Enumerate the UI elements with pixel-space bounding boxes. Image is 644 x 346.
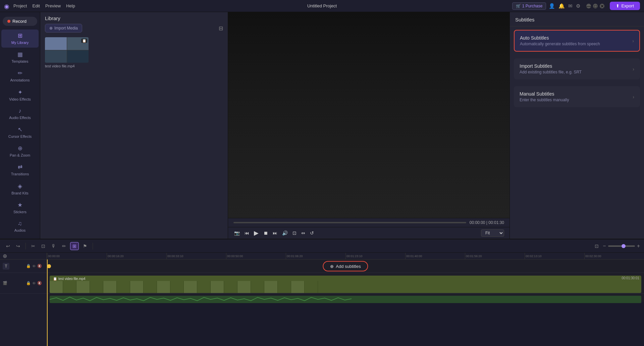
timeline-toolbar: ↩ ↪ ✂ ⊡ 🎙 ✏ ⊞ ⚑ ⊡ − + xyxy=(0,239,644,253)
import-media-button[interactable]: ⊕ Import Media xyxy=(45,24,82,33)
audios-icon: ♫ xyxy=(18,220,22,227)
sidebar-label-templates: Templates xyxy=(11,59,28,64)
project-title: Untitled Project xyxy=(307,3,337,8)
purchase-icon: 🛒 xyxy=(516,4,521,8)
filter-icon[interactable]: ⊟ xyxy=(219,25,223,32)
film-frame-10 xyxy=(184,281,197,293)
purchase-button[interactable]: 🛒 1 Purchase xyxy=(512,2,546,10)
fit-timeline-button[interactable]: ⊡ xyxy=(593,242,601,250)
menu-help[interactable]: Help xyxy=(66,3,75,8)
zoom-out-button[interactable]: − xyxy=(603,243,606,249)
lock-track-button[interactable]: 🔒 xyxy=(26,264,31,268)
timeline-ruler: 00:00:00 00:00:16:20 00:00:33:10 00:00:5… xyxy=(47,253,644,260)
subtitle-track-header: T 🔒 👁 🔇 xyxy=(0,260,47,273)
ruler-mark-2: 00:00:33:10 xyxy=(166,253,226,260)
zoom-in-button[interactable]: + xyxy=(637,243,640,249)
sidebar-item-pan-zoom[interactable]: ⊕ Pan & Zoom xyxy=(1,142,39,160)
sidebar-item-my-library[interactable]: ⊞ My Library xyxy=(1,30,39,48)
volume-button[interactable]: 🔊 xyxy=(281,230,288,236)
brand-kits-icon: ◈ xyxy=(18,183,22,190)
film-frame-11 xyxy=(197,281,211,293)
screenshot-button[interactable]: 📷 xyxy=(233,230,240,236)
manual-subtitles-option[interactable]: Manual Subtitles Enter the subtitles man… xyxy=(514,86,640,107)
progress-bar[interactable] xyxy=(233,222,466,223)
ruler-mark-8: 00:02:13:10 xyxy=(525,253,584,260)
profile-icon[interactable]: 👤 xyxy=(549,3,555,9)
export-button[interactable]: ⬆ Export xyxy=(610,2,640,10)
play-button[interactable]: ▶ xyxy=(253,229,259,237)
subtitles-panel: Subtitles Auto Subtitles Automatically g… xyxy=(510,12,644,239)
sidebar-item-stickers[interactable]: ★ Stickers xyxy=(1,199,39,217)
visibility-video-button[interactable]: 👁 xyxy=(32,281,36,285)
mirror-button[interactable]: ⇔ xyxy=(301,230,306,236)
import-subtitles-option[interactable]: Import Subtitles Add existing subtitles … xyxy=(514,58,640,79)
mute-button[interactable]: 🔇 xyxy=(37,264,42,268)
auto-subtitles-option[interactable]: Auto Subtitles Automatically generate su… xyxy=(514,30,640,52)
library-content: 📋 test video file.mp4 xyxy=(40,35,228,239)
sidebar-item-cursor-effects[interactable]: ↖ Cursor Effects xyxy=(1,123,39,141)
mute-video-button[interactable]: 🔇 xyxy=(37,281,42,285)
video-preview xyxy=(228,12,509,218)
manual-subtitles-chevron: › xyxy=(633,94,634,100)
maximize-button[interactable]: □ xyxy=(593,4,598,8)
minimize-button[interactable]: — xyxy=(586,4,591,8)
film-frame-2 xyxy=(76,281,90,293)
trim-button[interactable]: ⊡ xyxy=(39,242,47,250)
forward-button[interactable]: ⏭ xyxy=(272,230,278,236)
media-type-icon: 📋 xyxy=(81,39,87,43)
crop-button[interactable]: ⊡ xyxy=(292,230,297,236)
playhead[interactable] xyxy=(47,260,48,346)
menu-project[interactable]: Project xyxy=(13,3,27,8)
draw-button[interactable]: ✏ xyxy=(60,242,68,250)
fit-select[interactable]: Fit 100% 50% xyxy=(481,229,504,237)
app-logo: ◉ xyxy=(4,3,11,9)
tracks-area: ⊕ Add subtitles 📋 test video file.mp4 xyxy=(47,260,644,346)
marker-button[interactable]: ⚑ xyxy=(81,242,89,250)
media-item[interactable]: 📋 test video file.mp4 xyxy=(45,37,89,68)
sidebar-item-transitions[interactable]: ⇄ Transitions xyxy=(1,161,39,179)
main-layout: Record ⊞ My Library ▦ Templates ✏ Annota… xyxy=(0,12,644,239)
import-subtitles-chevron: › xyxy=(633,66,634,72)
subtitle-track-button[interactable]: ⊞ xyxy=(70,242,79,250)
ruler-mark-9: 00:02:30:00 xyxy=(584,253,644,260)
sidebar-label-brand-kits: Brand Kits xyxy=(11,191,29,195)
add-subtitles-button[interactable]: ⊕ Add subtitles xyxy=(323,261,368,271)
visibility-button[interactable]: 👁 xyxy=(32,264,36,268)
video-track-clip[interactable]: 📋 test video file.mp4 xyxy=(50,276,641,293)
rotate-button[interactable]: ↺ xyxy=(309,230,315,236)
mic-button[interactable]: 🎙 xyxy=(49,242,58,250)
record-button[interactable]: Record xyxy=(3,17,37,26)
transitions-icon: ⇄ xyxy=(18,164,22,171)
notification-icon[interactable]: 🔔 xyxy=(558,3,565,9)
settings-icon[interactable]: ⚙ xyxy=(576,3,580,9)
sidebar-item-effects-packs[interactable]: ⚡ Effects Packs xyxy=(1,236,39,239)
import-subtitles-title: Import Subtitles xyxy=(520,63,582,69)
lock-video-button[interactable]: 🔒 xyxy=(26,281,31,285)
track-end-time: 00:01:30:01 xyxy=(622,276,639,280)
stop-button[interactable]: ⏹ xyxy=(263,230,269,236)
sidebar-item-audio-effects[interactable]: ♪ Audio Effects xyxy=(1,105,39,123)
film-frame-19 xyxy=(305,281,318,293)
sidebar-item-annotations[interactable]: ✏ Annotations xyxy=(1,67,39,85)
sidebar-item-brand-kits[interactable]: ◈ Brand Kits xyxy=(1,180,39,198)
preview-controls: 00:00:00 | 00:01:30 xyxy=(228,218,509,227)
message-icon[interactable]: ✉ xyxy=(568,3,573,9)
export-label: Export xyxy=(621,3,634,8)
redo-button[interactable]: ↪ xyxy=(14,242,22,250)
add-track-button[interactable]: ⊕ xyxy=(3,253,7,259)
menu-edit[interactable]: Edit xyxy=(32,3,40,8)
content-area: Library ⊕ Import Media ⊟ xyxy=(40,12,644,239)
sidebar-item-audios[interactable]: ♫ Audios xyxy=(1,218,39,235)
split-button[interactable]: ✂ xyxy=(29,242,37,250)
close-button[interactable]: ✕ xyxy=(600,4,604,8)
rewind-button[interactable]: ⏮ xyxy=(244,230,250,236)
menu-preview[interactable]: Preview xyxy=(45,3,61,8)
film-frame-13 xyxy=(224,281,237,293)
sidebar-label-my-library: My Library xyxy=(11,41,29,45)
sidebar-item-templates[interactable]: ▦ Templates xyxy=(1,48,39,66)
sidebar-item-video-effects[interactable]: ✦ Video Effects xyxy=(1,86,39,104)
film-frame-1 xyxy=(63,281,76,293)
film-frame-15 xyxy=(251,281,264,293)
zoom-slider[interactable] xyxy=(608,245,635,247)
undo-button[interactable]: ↩ xyxy=(4,242,12,250)
